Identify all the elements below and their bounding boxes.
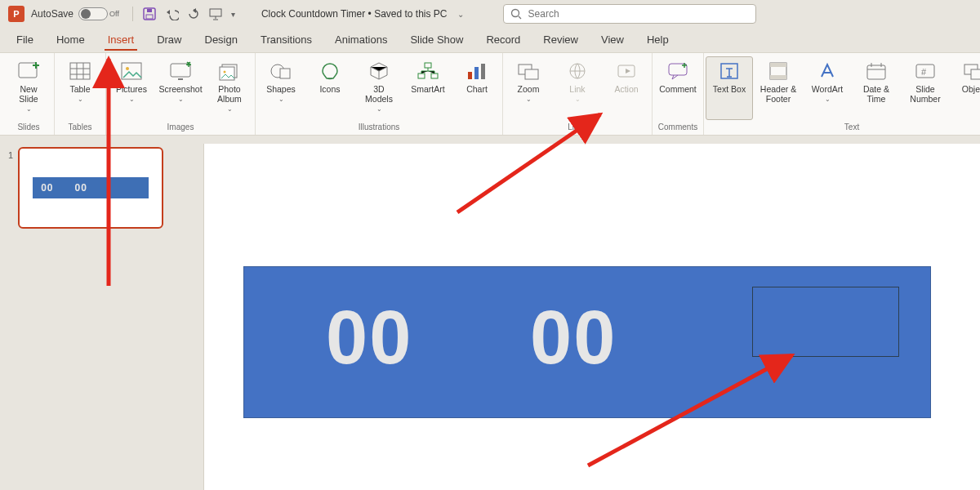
comment-label: Comment [659,84,697,94]
svg-rect-30 [770,75,786,79]
table-button[interactable]: Table⌄ [56,56,104,120]
tab-insert[interactable]: Insert [96,29,146,52]
thumb-digit-1: 00 [41,182,53,194]
tab-slide-show[interactable]: Slide Show [399,29,474,52]
tab-record[interactable]: Record [474,29,532,52]
chevron-down-icon: ⌄ [526,96,532,103]
header-footer-icon [765,60,791,82]
photo-album-button[interactable]: PhotoAlbum⌄ [206,56,253,120]
shapes-icon [268,60,294,82]
slide-canvas-area: 00 00 [188,136,980,490]
chevron-down-icon: ⌄ [26,105,32,113]
chevron-down-icon: ⌄ [825,96,831,103]
object-button[interactable]: Object [951,56,980,120]
group-label-slides: Slides [17,122,39,133]
comment-icon [665,60,691,82]
icons-label: Icons [319,84,340,94]
slide-number-button[interactable]: #SlideNumber [902,56,949,120]
date-time-icon [863,60,889,82]
tab-draw[interactable]: Draw [145,29,193,52]
undo-icon[interactable] [164,7,179,20]
slide-number-label: SlideNumber [910,84,940,104]
qat-more-icon[interactable]: ▾ [231,10,235,19]
svg-rect-6 [70,63,90,79]
redo-icon[interactable] [187,7,200,20]
3d-models-label: 3DModels [365,84,393,104]
workspace: 1 00 00 00 00 [0,136,980,490]
tab-view[interactable]: View [590,29,635,52]
action-button: Action [603,56,650,120]
wordart-label: WordArt [812,84,843,94]
save-icon[interactable] [143,7,156,20]
search-icon [510,8,522,20]
tab-animations[interactable]: Animations [323,29,399,52]
header-footer-label: Header &Footer [760,84,796,104]
photo-album-icon [216,60,243,82]
slide-thumbnail-1[interactable]: 00 00 [18,147,163,229]
3d-models-icon [366,60,392,82]
slide-number-icon: # [912,60,938,82]
screenshot-button[interactable]: Screenshot⌄ [157,56,204,120]
svg-rect-29 [770,63,786,67]
new-text-box-outline[interactable] [752,287,899,357]
pictures-label: Pictures [116,84,147,94]
tab-file[interactable]: File [5,29,45,52]
zoom-button[interactable]: Zoom⌄ [505,56,552,120]
search-input[interactable] [528,8,749,20]
group-label-links: Links [568,122,586,133]
screenshot-icon [167,60,194,82]
timer-digit-2[interactable]: 00 [530,295,617,381]
zoom-icon [515,60,541,82]
svg-rect-15 [280,69,290,78]
group-label-images: Images [167,122,194,133]
timer-rectangle-shape[interactable]: 00 00 [243,266,931,418]
ribbon-group-tables: Table⌄Tables [55,53,106,135]
smartart-label: SmartArt [411,84,444,94]
group-label-text: Text [844,122,859,133]
wordart-button[interactable]: WordArt⌄ [804,56,851,120]
tab-help[interactable]: Help [635,29,680,52]
svg-rect-20 [474,67,479,79]
ribbon-group-links: Zoom⌄Link⌄ActionLinks [503,53,653,135]
icons-button[interactable]: Icons [306,56,354,120]
svg-rect-18 [431,74,438,78]
svg-point-4 [511,10,519,17]
slide-canvas[interactable]: 00 00 [204,144,980,490]
date-time-button[interactable]: Date &Time [853,56,900,120]
object-icon [961,60,980,82]
zoom-label: Zoom [518,84,540,94]
search-box[interactable] [503,4,756,24]
text-box-button[interactable]: Text Box [706,56,753,120]
ribbon-tabs: FileHomeInsertDrawDesignTransitionsAnima… [0,28,980,52]
ribbon-group-illustrations: Shapes⌄Icons3DModels⌄SmartArtChartIllust… [256,53,503,135]
autosave-toggle[interactable]: AutoSave Off [31,7,119,20]
svg-text:#: # [921,67,927,77]
link-button: Link⌄ [554,56,601,120]
chevron-down-icon: ⌄ [575,96,581,103]
title-dropdown-icon[interactable]: ⌄ [457,10,464,19]
smartart-button[interactable]: SmartArt [404,56,452,120]
tab-design[interactable]: Design [194,29,249,52]
slide-thumbnail-panel: 1 00 00 [0,136,188,490]
comment-button[interactable]: Comment [654,56,702,120]
svg-rect-35 [971,69,980,79]
tab-home[interactable]: Home [45,29,96,52]
svg-rect-31 [867,65,885,79]
new-slide-button[interactable]: NewSlide⌄ [5,56,52,120]
new-slide-label: NewSlide [19,84,38,104]
shapes-button[interactable]: Shapes⌄ [257,56,305,120]
pictures-icon [118,60,145,82]
chart-icon [464,60,490,82]
ribbon-insert: NewSlide⌄SlidesTable⌄TablesPictures⌄Scre… [0,52,980,136]
present-icon[interactable] [208,7,223,20]
svg-rect-9 [171,64,190,77]
3d-models-button[interactable]: 3DModels⌄ [355,56,403,120]
new-slide-icon [16,60,42,82]
chart-button[interactable]: Chart [453,56,501,120]
timer-digit-1[interactable]: 00 [326,295,412,381]
tab-transitions[interactable]: Transitions [249,29,323,52]
header-footer-button[interactable]: Header &Footer [755,56,802,120]
tab-review[interactable]: Review [532,29,590,52]
pictures-button[interactable]: Pictures⌄ [108,56,155,120]
chevron-down-icon: ⌄ [376,105,382,113]
